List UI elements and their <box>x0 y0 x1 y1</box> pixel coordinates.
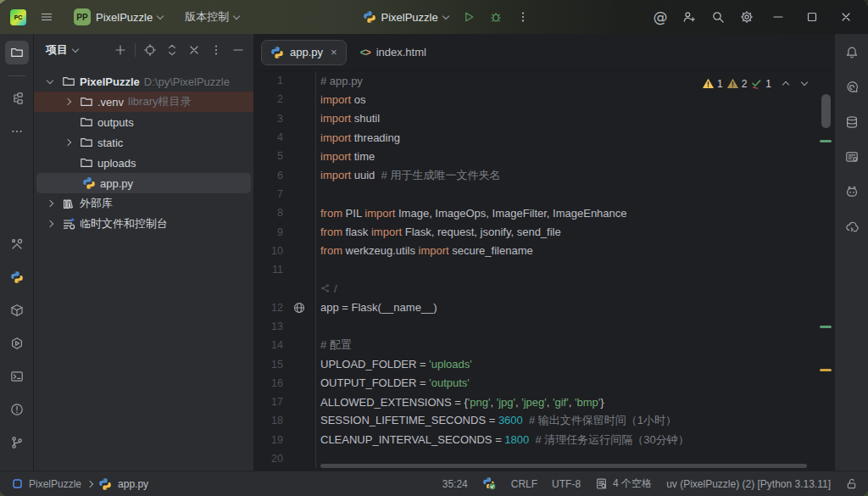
code-line-7[interactable]: 7 <box>254 185 834 203</box>
project-folder-icon[interactable] <box>5 41 29 64</box>
stripe-mark[interactable] <box>820 369 832 371</box>
error-stripe[interactable] <box>817 71 834 471</box>
tree-item-uploads[interactable]: uploads <box>34 153 253 173</box>
gutter[interactable]: 19 <box>254 431 316 449</box>
stripe-mark[interactable] <box>820 326 832 328</box>
locate-file-button[interactable] <box>140 40 160 60</box>
line-number[interactable]: 18 <box>254 415 283 426</box>
gutter[interactable]: 14 <box>254 336 316 354</box>
line-number[interactable]: 15 <box>254 359 283 371</box>
code-line-8[interactable]: 8from PIL import Image, ImageOps, ImageF… <box>254 203 834 222</box>
ai-chat-icon[interactable] <box>840 75 864 99</box>
ai-assistant-icon[interactable]: @ <box>646 5 675 29</box>
more-tool-windows-icon[interactable] <box>5 120 29 143</box>
python-interpreter-widget[interactable]: uv (PixelPuzzle) (2) [Python 3.13.11] <box>666 478 831 490</box>
vcs-widget[interactable]: 版本控制 <box>178 6 246 28</box>
gutter[interactable]: 17 <box>254 393 316 411</box>
tree-item-临时文件和控制台[interactable]: 临时文件和控制台 <box>34 214 253 234</box>
gutter[interactable]: 6 <box>254 165 316 184</box>
lock-open-icon[interactable] <box>845 477 858 490</box>
collapse-all-button[interactable] <box>184 40 204 60</box>
code-line-19[interactable]: 19CLEANUP_INTERVAL_SECONDS = 1800 # 清理任务… <box>254 431 834 449</box>
project-panel-title[interactable]: 项目 <box>46 42 68 58</box>
run-button[interactable] <box>457 5 481 29</box>
line-number[interactable]: 10 <box>254 245 283 257</box>
code-line-3[interactable]: 3import shutil <box>254 109 834 128</box>
robot-assistant-icon[interactable] <box>840 180 864 203</box>
file-encoding-widget[interactable]: UTF-8 <box>552 478 581 490</box>
line-number[interactable]: 6 <box>254 170 283 181</box>
tree-item-venv[interactable]: .venv library根目录 <box>34 92 253 112</box>
gutter[interactable]: 5 <box>254 147 316 165</box>
python-console-icon[interactable] <box>5 265 29 289</box>
code-line-6[interactable]: 6import uuid # 用于生成唯一文件夹名 <box>254 165 834 184</box>
warnings-count[interactable]: 1 <box>702 77 723 90</box>
line-number[interactable]: 16 <box>254 377 283 389</box>
gutter[interactable]: 10 <box>254 242 316 260</box>
structure-icon[interactable] <box>5 86 29 110</box>
code-line-9[interactable]: 9from flask import Flask, request, jsoni… <box>254 222 834 241</box>
line-number[interactable]: 11 <box>254 264 283 276</box>
line-number[interactable]: 5 <box>254 150 283 162</box>
settings-gear-icon[interactable] <box>732 5 761 29</box>
line-number[interactable]: 8 <box>254 207 283 219</box>
close-button[interactable] <box>829 4 863 30</box>
breadcrumb-file[interactable]: app.py <box>118 478 148 490</box>
gutter[interactable]: 12 <box>254 298 316 317</box>
gutter[interactable]: 8 <box>254 203 316 222</box>
stripe-mark[interactable] <box>820 140 832 142</box>
gutter[interactable]: 13 <box>254 317 316 336</box>
chevron-down-icon[interactable] <box>42 81 58 83</box>
code-line-11[interactable]: 11 <box>254 260 834 279</box>
chevron-right-icon[interactable] <box>60 140 75 145</box>
problems-icon[interactable] <box>5 398 29 421</box>
main-menu-icon[interactable] <box>35 5 58 29</box>
tree-item-pixelpuzzle[interactable]: PixelPuzzle D:\py\PixelPuzzle <box>34 71 253 92</box>
code-line-14[interactable]: 14# 配置 <box>254 336 834 354</box>
weak-warnings-count[interactable]: 2 <box>726 77 748 90</box>
expand-all-button[interactable] <box>162 40 182 60</box>
add-user-icon[interactable] <box>675 5 704 29</box>
inspections-widget[interactable]: 1 2 1 <box>698 75 810 92</box>
code-line-2[interactable]: 2import os <box>254 90 834 109</box>
gutter[interactable]: 3 <box>254 109 316 128</box>
gutter[interactable]: 1 <box>254 71 316 90</box>
gutter[interactable]: 7 <box>254 185 316 203</box>
line-number[interactable]: 3 <box>254 113 283 125</box>
gutter[interactable]: 9 <box>254 222 316 241</box>
prev-issue-icon[interactable] <box>782 81 789 88</box>
debug-button[interactable] <box>484 5 508 29</box>
line-number[interactable]: 13 <box>254 320 283 332</box>
tools-icon[interactable] <box>5 232 29 256</box>
more-actions-icon[interactable] <box>511 5 535 29</box>
code-line-4[interactable]: 4import threading <box>254 128 834 147</box>
project-switcher[interactable]: PP PixelPuzzle <box>67 5 170 29</box>
close-tab-icon[interactable]: × <box>331 46 337 59</box>
tab-app-py[interactable]: app.py× <box>261 40 347 65</box>
vertical-scrollbar[interactable] <box>821 94 831 128</box>
flask-endpoint-gutter-icon[interactable] <box>288 301 310 315</box>
code-line-16[interactable]: 16OUTPUT_FOLDER = 'outputs' <box>254 374 834 393</box>
chevron-right-icon[interactable] <box>42 221 58 226</box>
endpoints-icon[interactable] <box>320 283 331 293</box>
chevron-right-icon[interactable] <box>42 201 58 206</box>
breadcrumb-project[interactable]: PixelPuzzle <box>29 478 81 490</box>
interpreter-ok-icon[interactable] <box>482 476 497 491</box>
gutter[interactable]: 16 <box>254 374 316 393</box>
line-number[interactable]: 20 <box>254 453 283 465</box>
services-icon[interactable] <box>5 332 29 355</box>
line-number[interactable]: 2 <box>254 93 283 105</box>
horizontal-scrollbar[interactable] <box>320 464 807 468</box>
code-line-18[interactable]: 18SESSION_LIFETIME_SECONDS = 3600 # 输出文件… <box>254 411 834 430</box>
gutter[interactable]: 4 <box>254 128 316 147</box>
search-everywhere-icon[interactable] <box>704 5 732 29</box>
tree-item-static[interactable]: static <box>34 132 253 153</box>
code-editor[interactable]: 1 2 1 1# app.py2import os3import s <box>254 71 834 471</box>
line-separator-widget[interactable]: CRLF <box>511 478 537 490</box>
maximize-button[interactable] <box>795 4 829 30</box>
code-line-15[interactable]: 15UPLOAD_FOLDER = 'uploads' <box>254 354 834 373</box>
notifications-bell-icon[interactable] <box>840 41 864 64</box>
gutter[interactable]: 2 <box>254 90 316 109</box>
run-configuration-selector[interactable]: PixelPuzzle <box>358 7 453 27</box>
line-number[interactable]: 9 <box>254 226 283 238</box>
